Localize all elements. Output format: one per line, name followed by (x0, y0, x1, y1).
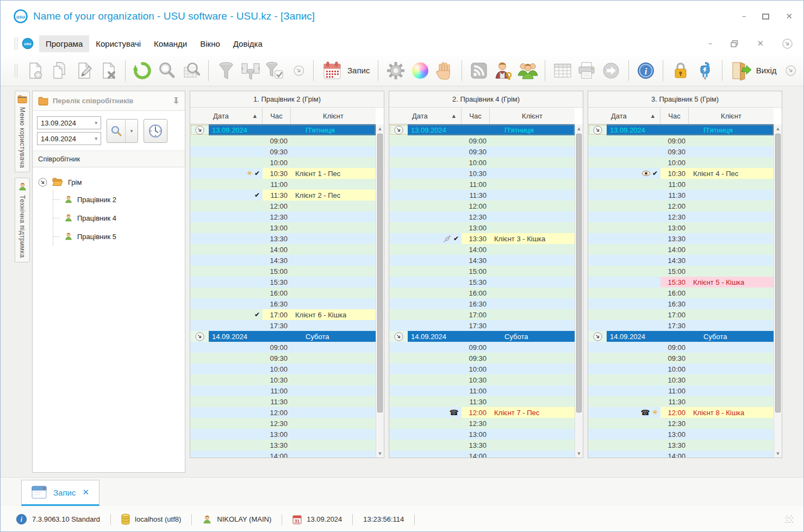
toolbar-grip[interactable] (15, 37, 17, 50)
time-slot-row[interactable]: 13:30 (389, 440, 575, 450)
time-slot-row[interactable]: 14:00 (389, 244, 575, 255)
time-slot-row[interactable]: 12:00 (588, 201, 774, 211)
scrollbar[interactable]: ▲ ▼ (774, 124, 782, 458)
time-slot-row[interactable]: 12:30 (190, 418, 376, 429)
time-slot-row[interactable]: 12:30 (190, 211, 376, 222)
time-slot-row[interactable]: 09:00 (190, 135, 376, 146)
date-from-input[interactable]: 13.09.2024 ▾ (37, 116, 101, 129)
time-slot-row[interactable]: 12:30 (588, 418, 774, 429)
info-button[interactable]: i (635, 58, 657, 83)
plug-connection-button[interactable] (694, 58, 716, 83)
time-slot-row[interactable]: 11:00 (190, 385, 376, 396)
export-arrow-button[interactable] (600, 58, 622, 83)
time-slot-row[interactable]: 15:30 (389, 277, 575, 287)
toolbar-chevron-button-2[interactable] (786, 65, 796, 76)
column-header-time[interactable]: Час (660, 108, 689, 124)
time-slot-row[interactable]: 12:00 (389, 201, 575, 211)
add-record-button[interactable] (24, 58, 46, 83)
copy-record-button[interactable] (48, 58, 71, 83)
tree-group-row[interactable]: Грім (38, 175, 179, 189)
time-slot-row[interactable]: 09:30 (389, 146, 575, 157)
time-slot-row[interactable]: 13:00 (588, 429, 774, 440)
pin-icon[interactable] (173, 97, 179, 105)
expand-icon[interactable] (394, 332, 403, 341)
menu-item[interactable]: Команди (147, 35, 194, 52)
time-slot-row[interactable]: 09:30 (389, 353, 575, 364)
time-slot-row[interactable]: 17:00 (389, 309, 575, 320)
refresh-button[interactable] (132, 58, 154, 83)
time-slot-row[interactable]: 15:00 (588, 266, 774, 277)
menu-item[interactable]: Користувачі (89, 35, 147, 52)
time-slot-row[interactable]: 14:30 (389, 255, 575, 266)
color-theme-button[interactable] (409, 58, 431, 83)
filter-apply-button[interactable] (264, 58, 286, 83)
record-view-button[interactable] (320, 58, 344, 83)
time-slot-row[interactable]: 12:30 (389, 211, 575, 222)
settings-button[interactable] (384, 58, 407, 83)
expand-icon[interactable] (394, 126, 403, 135)
date-row[interactable]: 14.09.2024Субота (190, 331, 376, 342)
time-slot-row[interactable]: 17:00 (588, 309, 774, 320)
scrollbar-thumb[interactable] (775, 134, 781, 412)
time-slot-row[interactable]: 11:00 (389, 385, 575, 396)
scrollbar-thumb[interactable] (377, 134, 383, 412)
scroll-down-icon[interactable]: ▼ (774, 449, 782, 458)
time-slot-row[interactable]: 15:30 (190, 277, 376, 287)
time-slot-row[interactable]: 16:30 (389, 298, 575, 309)
appointment-row[interactable]: ✳✔10:30Клієнт 1 - Пес (190, 168, 376, 179)
time-slot-row[interactable]: 16:30 (588, 298, 774, 309)
time-slot-row[interactable]: 13:00 (389, 222, 575, 233)
toolbar-grip-2[interactable] (15, 64, 17, 77)
filter-button[interactable] (215, 58, 237, 83)
time-slot-row[interactable]: 16:00 (190, 287, 376, 298)
time-slot-row[interactable]: 10:00 (389, 157, 575, 168)
time-slot-row[interactable]: 10:00 (190, 364, 376, 374)
scroll-down-icon[interactable]: ▼ (376, 449, 384, 458)
time-slot-row[interactable]: 16:00 (389, 287, 575, 298)
time-slot-row[interactable]: 10:30 (190, 374, 376, 385)
appointment-row[interactable]: ☎12:00Клієнт 7 - Пес (389, 407, 575, 418)
time-slot-row[interactable]: 16:30 (190, 298, 376, 309)
appointment-row[interactable]: ✔13:30Клієнт 3 - Кішка (389, 233, 575, 244)
time-slot-row[interactable]: 11:30 (588, 396, 774, 407)
time-slot-row[interactable]: 09:00 (588, 342, 774, 353)
time-slot-row[interactable]: 11:30 (190, 396, 376, 407)
tree-item-employee[interactable]: Працівник 4 (53, 209, 179, 227)
sidebar-tab-user-menu[interactable]: Меню користувача (15, 91, 30, 172)
time-slot-row[interactable]: 13:30 (190, 440, 376, 450)
time-slot-row[interactable]: 17:30 (588, 320, 774, 331)
time-slot-row[interactable]: 11:30 (588, 190, 774, 201)
time-slot-row[interactable]: 14:30 (190, 255, 376, 266)
time-slot-row[interactable]: 09:00 (190, 342, 376, 353)
time-slot-row[interactable]: 12:30 (588, 211, 774, 222)
toolbar-chevron-button[interactable] (294, 65, 304, 76)
sidebar-tab-tech-support[interactable]: Технічна підтримка (15, 178, 30, 262)
mdi-close-button[interactable]: ✕ (757, 40, 764, 48)
time-slot-row[interactable]: 13:00 (190, 429, 376, 440)
column-header-client[interactable]: Клієнт (490, 108, 575, 124)
chevron-down-icon[interactable]: ▾ (95, 136, 97, 141)
column-header-date[interactable]: Дата▲ (588, 108, 660, 124)
time-slot-row[interactable]: 09:00 (389, 135, 575, 146)
collapse-icon[interactable] (38, 178, 47, 187)
column-header-client[interactable]: Клієнт (291, 108, 376, 124)
expand-icon[interactable] (593, 332, 602, 341)
time-slot-row[interactable]: 14:00 (190, 244, 376, 255)
users-group-button[interactable] (516, 58, 539, 83)
date-row[interactable]: 13.09.2024П'ятниця (190, 124, 376, 135)
time-slot-row[interactable]: 09:30 (588, 353, 774, 364)
rss-feed-button[interactable] (468, 58, 490, 83)
search-button[interactable] (156, 58, 178, 83)
minimize-button[interactable]: – (742, 12, 746, 21)
tree-item-employee[interactable]: Працівник 5 (53, 227, 179, 246)
time-slot-row[interactable]: 13:30 (588, 233, 774, 244)
maximize-button[interactable] (762, 14, 769, 20)
time-slot-row[interactable]: 10:00 (588, 157, 774, 168)
time-slot-row[interactable]: 16:00 (588, 287, 774, 298)
time-slot-row[interactable]: 11:30 (389, 396, 575, 407)
time-slot-row[interactable]: 14:30 (588, 255, 774, 266)
date-to-input[interactable]: 14.09.2024 ▾ (37, 132, 101, 145)
time-slot-row[interactable]: 09:30 (190, 353, 376, 364)
time-slot-row[interactable]: 13:00 (389, 429, 575, 440)
time-slot-row[interactable]: 09:30 (588, 146, 774, 157)
